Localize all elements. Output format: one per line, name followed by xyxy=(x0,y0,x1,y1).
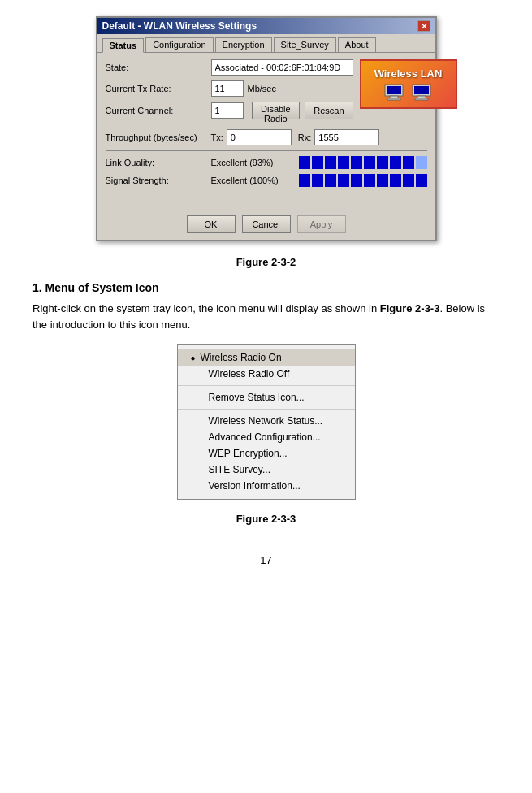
dialog-titlebar: Default - WLAN Wireless Settings ✕ xyxy=(97,18,435,34)
rx-input[interactable] xyxy=(314,129,379,145)
disable-radio-button[interactable]: Disable Radio xyxy=(252,102,301,119)
tx-input[interactable] xyxy=(227,129,292,145)
signal-strength-value: Excellent (100%) xyxy=(211,176,299,185)
wireless-icon-row xyxy=(371,83,446,101)
tx-rate-row: Current Tx Rate: Mb/sec xyxy=(106,80,353,97)
tx-label: Tx: xyxy=(211,132,223,142)
context-menu: ● Wireless Radio On Wireless Radio Off R… xyxy=(177,344,356,500)
tx-rate-label: Current Tx Rate: xyxy=(106,84,211,93)
menu-item-label: Version Information... xyxy=(209,480,301,492)
tab-status[interactable]: Status xyxy=(102,38,145,53)
rescan-button[interactable]: Rescan xyxy=(305,102,353,119)
section1-heading: 1. Menu of System Icon xyxy=(32,281,159,294)
cancel-button[interactable]: Cancel xyxy=(242,215,291,233)
menu-item-label: Advanced Configuration... xyxy=(209,431,321,443)
menu-item-label: Wireless Network Status... xyxy=(209,415,323,427)
tab-configuration[interactable]: Configuration xyxy=(145,37,213,52)
tab-site-survey[interactable]: Site_Survey xyxy=(274,37,336,52)
link-quality-value: Excellent (93%) xyxy=(211,158,299,167)
top-content: State: Current Tx Rate: Mb/sec Current C… xyxy=(106,59,427,124)
rx-label: Rx: xyxy=(298,132,312,142)
svg-rect-2 xyxy=(387,98,400,100)
dialog-tabs: Status Configuration Encryption Site_Sur… xyxy=(97,34,435,53)
menu-item-radio-off[interactable]: Wireless Radio Off xyxy=(178,366,355,382)
menu-item-wep-encryption[interactable]: WEP Encryption... xyxy=(178,445,355,462)
menu-item-label: Wireless Radio On xyxy=(201,352,282,363)
menu-sep1 xyxy=(178,385,355,386)
bullet-icon: ● xyxy=(191,353,196,362)
menu-item-network-status[interactable]: Wireless Network Status... xyxy=(178,413,355,429)
menu-item-label: SITE Survey... xyxy=(209,464,270,475)
wireless-lan-badge: Wireless LAN xyxy=(360,59,457,109)
tab-about[interactable]: About xyxy=(338,37,376,52)
signal-strength-row: Signal Strength: Excellent (100%) xyxy=(106,174,427,187)
svg-rect-3 xyxy=(387,86,401,94)
tx-rate-input[interactable] xyxy=(211,80,244,97)
separator1 xyxy=(106,150,427,151)
wireless-lan-text: Wireless LAN xyxy=(371,67,446,80)
section1-text-bold: Figure 2-3-3 xyxy=(380,302,440,314)
spacer xyxy=(106,192,427,202)
dialog-footer: OK Cancel Apply xyxy=(97,210,435,240)
menu-item-site-survey[interactable]: SITE Survey... xyxy=(178,462,355,478)
dialog-close-button[interactable]: ✕ xyxy=(417,20,430,32)
svg-rect-7 xyxy=(414,86,429,94)
link-quality-bar xyxy=(299,156,427,169)
tx-rate-unit: Mb/sec xyxy=(248,84,276,93)
menu-item-version-info[interactable]: Version Information... xyxy=(178,478,355,494)
state-input[interactable] xyxy=(211,59,353,76)
channel-input[interactable] xyxy=(211,102,244,119)
menu-item-advanced-config[interactable]: Advanced Configuration... xyxy=(178,429,355,445)
section1-text: Right-click on the system tray icon, the… xyxy=(32,301,500,332)
menu-item-label: WEP Encryption... xyxy=(209,448,288,459)
signal-strength-bar xyxy=(299,174,427,187)
dialog-title: Default - WLAN Wireless Settings xyxy=(102,20,257,32)
top-fields: State: Current Tx Rate: Mb/sec Current C… xyxy=(106,59,353,124)
menu-item-remove-status[interactable]: Remove Status Icon... xyxy=(178,389,355,405)
computer-icon-right xyxy=(411,83,434,101)
menu-sep2 xyxy=(178,409,355,410)
page-number: 17 xyxy=(260,554,271,566)
tab-encryption[interactable]: Encryption xyxy=(215,37,272,52)
throughput-label: Throughput (bytes/sec) xyxy=(106,132,211,142)
figure2-caption: Figure 2-3-3 xyxy=(236,513,296,525)
computer-icon-left xyxy=(383,83,406,101)
apply-button[interactable]: Apply xyxy=(297,215,346,233)
channel-row: Current Channel: Disable Radio Rescan xyxy=(106,102,353,119)
wlan-dialog: Default - WLAN Wireless Settings ✕ Statu… xyxy=(96,16,437,241)
link-quality-row: Link Quality: Excellent (93%) xyxy=(106,156,427,169)
link-quality-label: Link Quality: xyxy=(106,158,211,167)
throughput-row: Throughput (bytes/sec) Tx: Rx: xyxy=(106,129,427,145)
menu-item-label: Wireless Radio Off xyxy=(209,368,290,379)
dialog-body: State: Current Tx Rate: Mb/sec Current C… xyxy=(97,53,435,210)
figure1-caption: Figure 2-3-2 xyxy=(236,256,296,268)
state-row: State: xyxy=(106,59,353,76)
ok-button[interactable]: OK xyxy=(187,215,236,233)
svg-rect-6 xyxy=(415,98,428,100)
section1-text-part1: Right-click on the system tray icon, the… xyxy=(32,302,380,314)
menu-item-label: Remove Status Icon... xyxy=(209,392,305,403)
signal-strength-label: Signal Strength: xyxy=(106,176,211,185)
state-label: State: xyxy=(106,63,211,72)
menu-item-radio-on[interactable]: ● Wireless Radio On xyxy=(178,349,355,366)
channel-label: Current Channel: xyxy=(106,106,211,115)
